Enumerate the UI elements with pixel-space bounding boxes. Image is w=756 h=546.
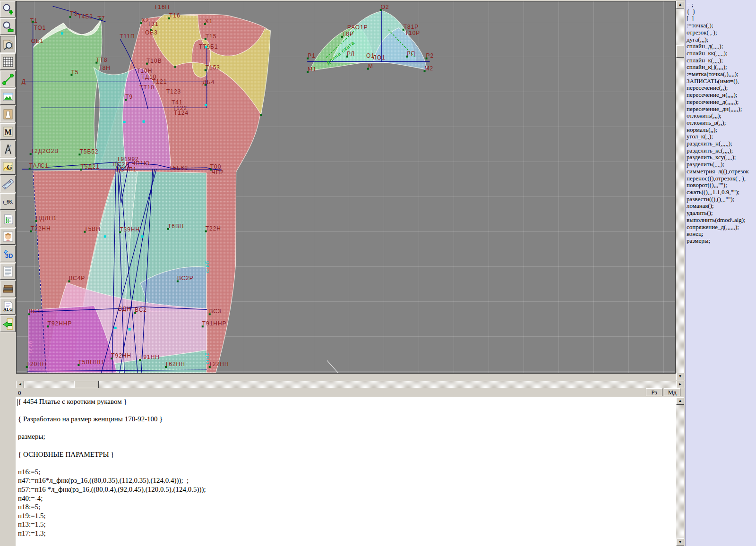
control-point[interactable] xyxy=(146,63,148,65)
control-point[interactable] xyxy=(205,38,206,40)
command-item[interactable]: удалить(); xyxy=(686,210,756,217)
control-point[interactable] xyxy=(29,168,31,170)
control-point[interactable] xyxy=(111,358,112,359)
control-point[interactable] xyxy=(80,169,82,171)
tool-i66-button[interactable]: i_66. xyxy=(0,193,16,210)
command-item[interactable]: выполнить(dmod\.alg); xyxy=(686,217,756,224)
command-item[interactable]: сплайн_д(,,,,); xyxy=(686,43,756,50)
control-point[interactable] xyxy=(150,29,152,31)
canvas-vscrollbar[interactable]: ▲ ▼ xyxy=(676,1,684,380)
tool-grid-button[interactable] xyxy=(0,53,16,70)
control-point[interactable] xyxy=(406,56,408,58)
command-item[interactable]: { } xyxy=(686,9,756,16)
scroll-thumb[interactable] xyxy=(74,381,99,388)
command-item[interactable]: разделить_кс(,,,,); xyxy=(686,147,756,154)
control-point[interactable] xyxy=(205,46,207,48)
command-item[interactable]: разделить_ксу(,,,,); xyxy=(686,154,756,161)
control-point[interactable] xyxy=(123,121,126,123)
command-item[interactable]: нормаль(,,); xyxy=(686,127,756,134)
control-point[interactable] xyxy=(205,230,207,232)
command-item[interactable]: сплайн_к(,,,,); xyxy=(686,57,756,64)
control-point[interactable] xyxy=(367,68,369,70)
control-point[interactable] xyxy=(114,327,117,329)
canvas-hscrollbar[interactable]: ◄ ► xyxy=(16,381,684,388)
scroll-thumb[interactable] xyxy=(676,45,684,58)
control-point[interactable] xyxy=(30,153,32,155)
command-item[interactable]: отрезок( , ); xyxy=(686,29,756,36)
control-point[interactable] xyxy=(35,220,37,222)
control-point[interactable] xyxy=(26,366,28,368)
control-point[interactable] xyxy=(84,231,86,233)
control-point[interactable] xyxy=(61,32,63,34)
tool-list-page-button[interactable] xyxy=(0,263,16,280)
scroll-down-button[interactable]: ▼ xyxy=(676,538,684,546)
control-point[interactable] xyxy=(202,325,204,327)
control-point[interactable] xyxy=(77,364,79,366)
tool-threed-button[interactable]: 3D xyxy=(0,246,16,262)
tool-compass-button[interactable] xyxy=(0,141,16,157)
command-item[interactable]: симметрия_л((),отрезок xyxy=(686,168,756,175)
tool-piece-preview-button[interactable] xyxy=(0,36,16,52)
control-point[interactable] xyxy=(68,280,70,282)
control-point[interactable] xyxy=(426,58,428,60)
command-item[interactable]: = ; xyxy=(686,1,756,9)
control-point[interactable] xyxy=(168,17,170,19)
control-point[interactable] xyxy=(141,235,144,238)
tool-pattern-person-button[interactable] xyxy=(0,106,16,122)
control-point[interactable] xyxy=(139,359,141,361)
pattern-canvas[interactable]: Т1ТО1ОБ1Т3Т4Б2Т7Т16ПТ16Х2Т31ОБ3Х1Т11ПТ15… xyxy=(16,1,676,374)
control-point[interactable] xyxy=(28,313,30,315)
control-point[interactable] xyxy=(346,56,348,58)
tool-zoom-in-button[interactable] xyxy=(0,1,16,17)
control-point[interactable] xyxy=(143,120,145,123)
control-point[interactable] xyxy=(260,114,262,116)
command-item[interactable]: пересечение_д(,,,,,); xyxy=(686,99,756,106)
control-point[interactable] xyxy=(140,22,142,24)
control-point[interactable] xyxy=(129,328,131,331)
command-item[interactable]: :=точка(,); xyxy=(686,22,756,29)
command-item[interactable]: [ ] xyxy=(686,15,756,22)
scroll-down-button[interactable]: ▼ xyxy=(676,373,684,380)
control-point[interactable] xyxy=(205,84,206,86)
scroll-right-button[interactable]: ► xyxy=(676,381,684,388)
command-item[interactable]: сплайн_к[](,,,,); xyxy=(686,64,756,71)
tool-letter-m-button[interactable]: M xyxy=(0,123,16,140)
control-point[interactable] xyxy=(307,71,309,73)
control-point[interactable] xyxy=(341,36,343,38)
control-point[interactable] xyxy=(70,74,72,76)
tool-image-button[interactable] xyxy=(0,88,16,105)
control-point[interactable] xyxy=(78,154,80,155)
command-item[interactable]: разделить_н(,,,,,); xyxy=(686,140,756,147)
command-item[interactable]: развести((),(),,,""); xyxy=(686,196,756,203)
command-item[interactable]: :=метка(точка(,),,,,); xyxy=(686,71,756,78)
tool-zoom-out-button[interactable] xyxy=(0,18,16,35)
control-point[interactable] xyxy=(204,23,206,25)
control-point[interactable] xyxy=(403,29,404,31)
scroll-up-button[interactable]: ▲ xyxy=(676,1,684,9)
command-item[interactable]: пересечение_дн(,,,,,); xyxy=(686,106,756,113)
md-button[interactable]: Мд xyxy=(664,388,680,396)
tool-books-button[interactable] xyxy=(0,281,16,297)
command-item[interactable]: сжать((),,,1.1,0.9,""); xyxy=(686,189,756,196)
control-point[interactable] xyxy=(307,58,309,60)
tool-portrait-button[interactable] xyxy=(0,228,16,245)
command-item[interactable]: поворот((),,,""); xyxy=(686,182,756,189)
control-point[interactable] xyxy=(125,99,127,101)
control-point[interactable] xyxy=(205,104,207,106)
control-point[interactable] xyxy=(69,16,71,18)
control-point[interactable] xyxy=(119,231,121,233)
command-item[interactable]: размеры; xyxy=(686,238,756,245)
control-point[interactable] xyxy=(174,66,176,68)
control-point[interactable] xyxy=(205,69,206,71)
command-item[interactable]: отложить_в(,,); xyxy=(686,119,756,127)
control-point[interactable] xyxy=(104,235,106,238)
command-item[interactable]: дуга(,,,); xyxy=(686,36,756,43)
control-point[interactable] xyxy=(177,280,179,282)
control-point[interactable] xyxy=(95,62,97,64)
scroll-up-button[interactable]: ▲ xyxy=(676,397,684,405)
command-item[interactable]: разделить(,,,,); xyxy=(686,161,756,168)
code-editor[interactable]: { 4454 Платье с коротким рукавом } { Раз… xyxy=(16,397,676,546)
control-point[interactable] xyxy=(47,325,49,327)
tool-table-button[interactable] xyxy=(0,211,16,227)
command-item[interactable]: ломаная(); xyxy=(686,203,756,210)
